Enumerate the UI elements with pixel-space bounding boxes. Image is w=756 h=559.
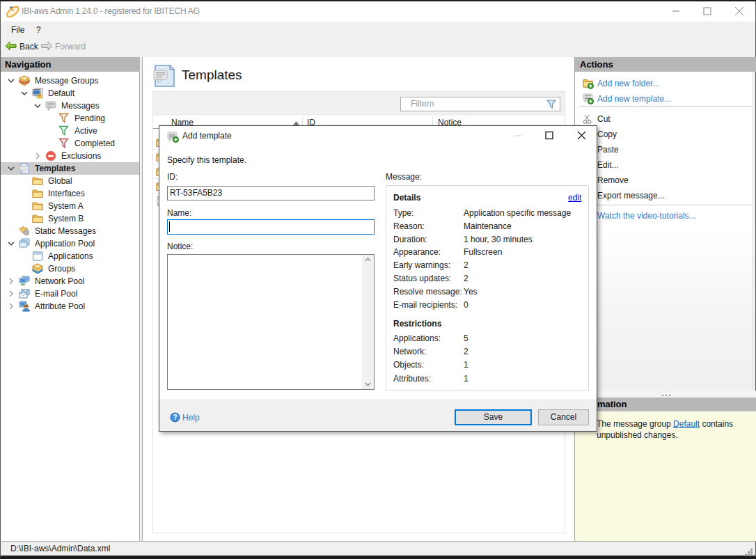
svg-text:?: ? <box>173 414 177 421</box>
